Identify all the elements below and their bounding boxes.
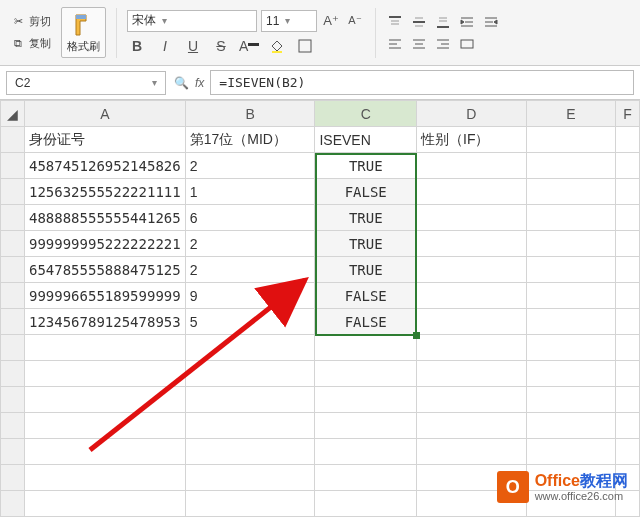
font-name-select[interactable]: 宋体 ▾ (127, 10, 257, 32)
cell[interactable] (417, 205, 527, 231)
cell[interactable] (526, 153, 615, 179)
cell[interactable] (616, 283, 640, 309)
copy-button[interactable]: ⧉ 复制 (6, 34, 55, 54)
cut-button[interactable]: ✂ 剪切 (6, 12, 55, 32)
row-header[interactable] (1, 309, 25, 335)
cell[interactable]: TRUE (315, 257, 417, 283)
cell[interactable] (526, 335, 615, 361)
cell[interactable]: 999999995222222221 (24, 231, 185, 257)
row-header[interactable] (1, 465, 25, 491)
cell[interactable] (24, 413, 185, 439)
cell[interactable] (526, 387, 615, 413)
cell[interactable] (315, 387, 417, 413)
cell[interactable] (315, 413, 417, 439)
cell[interactable] (315, 491, 417, 517)
align-bottom-button[interactable] (434, 13, 452, 31)
fill-handle[interactable] (413, 332, 420, 339)
cell[interactable] (417, 231, 527, 257)
cell[interactable] (24, 465, 185, 491)
italic-button[interactable]: I (155, 36, 175, 56)
cell[interactable] (185, 335, 315, 361)
col-header-f[interactable]: F (616, 101, 640, 127)
cell[interactable]: 2 (185, 231, 315, 257)
fill-color-button[interactable] (267, 36, 287, 56)
cell[interactable] (616, 179, 640, 205)
cell[interactable] (315, 335, 417, 361)
cell[interactable] (526, 257, 615, 283)
col-header-d[interactable]: D (417, 101, 527, 127)
cell[interactable]: 999996655189599999 (24, 283, 185, 309)
cell[interactable] (185, 413, 315, 439)
cell[interactable] (24, 361, 185, 387)
cell[interactable] (315, 465, 417, 491)
cell[interactable] (24, 387, 185, 413)
cell[interactable] (315, 361, 417, 387)
cell[interactable]: 125632555522221111 (24, 179, 185, 205)
cell[interactable] (417, 179, 527, 205)
cell[interactable] (417, 335, 527, 361)
cell[interactable] (526, 179, 615, 205)
cell[interactable]: 性别（IF） (417, 127, 527, 153)
cell[interactable] (417, 387, 527, 413)
align-top-button[interactable] (386, 13, 404, 31)
cell[interactable] (616, 231, 640, 257)
cell[interactable] (417, 413, 527, 439)
decrease-indent-button[interactable] (482, 13, 500, 31)
cell[interactable] (616, 153, 640, 179)
border-button[interactable] (295, 36, 315, 56)
cell[interactable]: TRUE (315, 231, 417, 257)
cell[interactable]: FALSE (315, 283, 417, 309)
cell[interactable] (185, 387, 315, 413)
cell[interactable] (616, 257, 640, 283)
row-header[interactable] (1, 283, 25, 309)
col-header-b[interactable]: B (185, 101, 315, 127)
name-box[interactable]: C2 ▾ (6, 71, 166, 95)
cell[interactable] (185, 361, 315, 387)
col-header-e[interactable]: E (526, 101, 615, 127)
cell[interactable]: ISEVEN (315, 127, 417, 153)
cell[interactable] (24, 335, 185, 361)
cell[interactable] (417, 361, 527, 387)
cell[interactable]: 2 (185, 257, 315, 283)
row-header[interactable] (1, 179, 25, 205)
row-header[interactable] (1, 413, 25, 439)
cell[interactable]: TRUE (315, 205, 417, 231)
row-header[interactable] (1, 387, 25, 413)
cell[interactable]: 123456789125478953 (24, 309, 185, 335)
row-header[interactable] (1, 127, 25, 153)
cell[interactable]: 2 (185, 153, 315, 179)
cell[interactable] (24, 439, 185, 465)
cell[interactable] (417, 283, 527, 309)
cell[interactable] (526, 231, 615, 257)
cell[interactable] (526, 439, 615, 465)
row-header[interactable] (1, 231, 25, 257)
row-header[interactable] (1, 491, 25, 517)
increase-font-button[interactable]: A⁺ (321, 11, 341, 31)
cell[interactable] (185, 465, 315, 491)
row-header[interactable] (1, 439, 25, 465)
cell[interactable] (616, 309, 640, 335)
font-size-select[interactable]: 11 ▾ (261, 10, 317, 32)
cell[interactable] (417, 439, 527, 465)
font-color-button[interactable]: A (239, 36, 259, 56)
align-right-button[interactable] (434, 35, 452, 53)
row-header[interactable] (1, 361, 25, 387)
fx-icon[interactable]: fx (195, 76, 204, 90)
cell[interactable] (417, 153, 527, 179)
cell[interactable]: 654785555888475125 (24, 257, 185, 283)
align-middle-button[interactable] (410, 13, 428, 31)
merge-cells-button[interactable] (458, 35, 476, 53)
insert-function-icon[interactable]: 🔍 (174, 76, 189, 90)
col-header-a[interactable]: A (24, 101, 185, 127)
col-header-c[interactable]: C (315, 101, 417, 127)
cell[interactable] (616, 387, 640, 413)
cell[interactable]: TRUE (315, 153, 417, 179)
cell[interactable] (526, 361, 615, 387)
cell[interactable] (616, 439, 640, 465)
cell[interactable] (616, 335, 640, 361)
cell[interactable] (315, 439, 417, 465)
cell[interactable] (526, 413, 615, 439)
increase-indent-button[interactable] (458, 13, 476, 31)
cell[interactable] (526, 205, 615, 231)
row-header[interactable] (1, 153, 25, 179)
